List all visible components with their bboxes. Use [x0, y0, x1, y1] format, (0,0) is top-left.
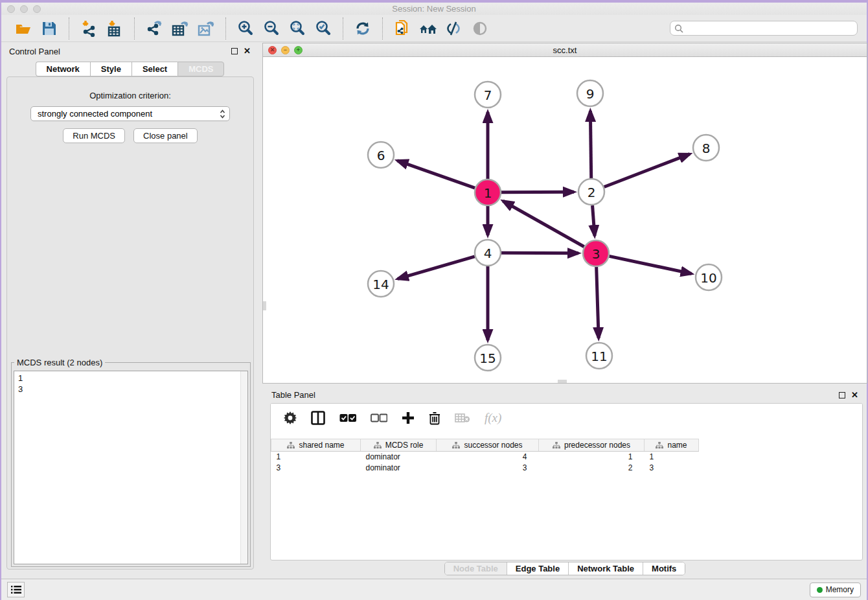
- zoom-fit-icon: [289, 20, 306, 37]
- node-label-7: 7: [484, 87, 492, 103]
- node-label-10: 10: [700, 270, 716, 286]
- close-panel-button[interactable]: Close panel: [133, 128, 198, 143]
- column-header-MCDS-role[interactable]: MCDS role: [361, 439, 437, 452]
- column-header-shared-name[interactable]: shared name: [271, 439, 361, 452]
- node-label-2: 2: [588, 185, 596, 200]
- edge-3-11[interactable]: [597, 267, 599, 338]
- memory-status-icon: [817, 587, 823, 593]
- tab-node-table[interactable]: Node Table: [445, 562, 507, 575]
- refresh-button[interactable]: [350, 17, 376, 40]
- column-header-successor-nodes[interactable]: successor nodes: [437, 439, 539, 452]
- result-scrollbar[interactable]: [240, 371, 247, 564]
- tab-mcds[interactable]: MCDS: [177, 62, 224, 76]
- edge-3-1[interactable]: [503, 201, 584, 246]
- export-network-icon: [146, 20, 163, 37]
- node-table-body: 1dominator4113dominator323: [271, 452, 699, 474]
- select-all-icon[interactable]: [339, 413, 356, 422]
- tab-network-table[interactable]: Network Table: [569, 562, 643, 575]
- close-panel-icon[interactable]: ✕: [244, 48, 251, 54]
- task-list-button[interactable]: [7, 582, 25, 597]
- column-header-predecessor-nodes[interactable]: predecessor nodes: [539, 439, 645, 452]
- node-label-14: 14: [372, 277, 389, 292]
- tab-motifs[interactable]: Motifs: [643, 562, 685, 575]
- edge-2-3[interactable]: [593, 205, 595, 236]
- divider-grip[interactable]: [263, 301, 266, 310]
- edge-1-2[interactable]: [501, 192, 574, 192]
- divider-grip[interactable]: [558, 380, 567, 383]
- tab-select[interactable]: Select: [131, 62, 177, 76]
- zoom-in-button[interactable]: [233, 17, 258, 40]
- duplicate-network-button[interactable]: [389, 17, 415, 40]
- edge-4-14[interactable]: [398, 257, 475, 279]
- table-cell[interactable]: dominator: [361, 463, 437, 474]
- import-table-button[interactable]: [102, 17, 128, 40]
- export-image-icon: [197, 20, 215, 37]
- float-panel-icon[interactable]: [231, 48, 238, 54]
- close-table-panel-icon[interactable]: ✕: [851, 392, 858, 398]
- open-file-button[interactable]: [10, 17, 36, 40]
- search-field[interactable]: [670, 21, 858, 36]
- tab-style[interactable]: Style: [90, 62, 131, 76]
- export-network-button[interactable]: [141, 17, 167, 40]
- app-window: Session: New Session: [0, 0, 868, 600]
- memory-button[interactable]: Memory: [810, 583, 861, 597]
- titlebar: Session: New Session: [1, 3, 867, 15]
- hierarchy-icon: [553, 442, 560, 449]
- search-input[interactable]: [686, 24, 853, 33]
- table-cell[interactable]: 1: [271, 452, 361, 463]
- toolbar-separator: [69, 17, 69, 40]
- function-builder-icon[interactable]: f(x): [485, 411, 501, 425]
- export-table-icon: [171, 20, 189, 37]
- table-cell[interactable]: 1: [539, 452, 645, 463]
- toolbar-separator: [343, 17, 343, 40]
- mcds-tab-content: Optimization criterion: strongly connect…: [6, 76, 254, 570]
- network-graph[interactable]: 7968124314101511: [263, 57, 868, 383]
- home-button[interactable]: [415, 17, 441, 40]
- table-cell[interactable]: 4: [437, 452, 539, 463]
- workspace: Control Panel ✕ NetworkStyleSelectMCDS O…: [1, 42, 867, 579]
- delete-icon[interactable]: [429, 411, 440, 425]
- optimization-criterion-select[interactable]: strongly connected component: [30, 106, 230, 121]
- gear-icon[interactable]: [284, 411, 297, 424]
- zoom-fit-button[interactable]: [284, 17, 310, 40]
- import-network-button[interactable]: [76, 17, 102, 40]
- mcds-result-list[interactable]: 13: [14, 371, 248, 564]
- network-window-titlebar: ✕ − + scc.txt: [263, 43, 867, 57]
- edge-3-10[interactable]: [610, 256, 692, 273]
- edge-1-6[interactable]: [397, 161, 475, 188]
- zoom-selected-button[interactable]: [310, 17, 336, 40]
- deselect-all-icon[interactable]: [371, 413, 387, 422]
- run-mcds-button[interactable]: Run MCDS: [63, 128, 125, 143]
- hide-graphics-button[interactable]: [441, 17, 467, 40]
- zoom-out-button[interactable]: [258, 17, 284, 40]
- table-cell[interactable]: dominator: [361, 452, 437, 463]
- split-columns-icon[interactable]: [311, 411, 325, 425]
- table-cell[interactable]: 1: [645, 452, 699, 463]
- float-table-panel-icon[interactable]: [839, 392, 845, 398]
- optimization-criterion-value: strongly connected component: [38, 109, 152, 119]
- export-table-button[interactable]: [167, 17, 193, 40]
- add-column-icon[interactable]: [402, 411, 415, 424]
- save-session-icon: [41, 21, 57, 36]
- column-header-name[interactable]: name: [645, 439, 699, 452]
- toolbar-separator: [225, 17, 226, 40]
- show-eye-button[interactable]: [467, 17, 493, 40]
- table-cell[interactable]: 3: [645, 463, 699, 474]
- toolbar-separator: [134, 17, 135, 40]
- save-session-button[interactable]: [36, 17, 62, 40]
- network-canvas[interactable]: 7968124314101511: [263, 57, 867, 383]
- node-table-container: f(x) shared nameMCDS rolesuccessor nodes…: [270, 403, 863, 560]
- table-cell[interactable]: 3: [437, 463, 539, 474]
- table-row[interactable]: 1dominator411: [271, 452, 699, 463]
- edge-2-9[interactable]: [590, 111, 591, 178]
- delete-table-icon[interactable]: [455, 413, 470, 423]
- table-cell[interactable]: 3: [271, 463, 361, 474]
- edge-2-8[interactable]: [604, 154, 690, 187]
- edge-4-3[interactable]: [501, 253, 578, 253]
- table-cell[interactable]: 2: [539, 463, 645, 474]
- tab-network[interactable]: Network: [36, 62, 90, 76]
- table-row[interactable]: 3dominator323: [271, 463, 699, 474]
- export-image-button[interactable]: [193, 17, 219, 40]
- mcds-result-line: 1: [18, 373, 244, 384]
- tab-edge-table[interactable]: Edge Table: [507, 562, 569, 575]
